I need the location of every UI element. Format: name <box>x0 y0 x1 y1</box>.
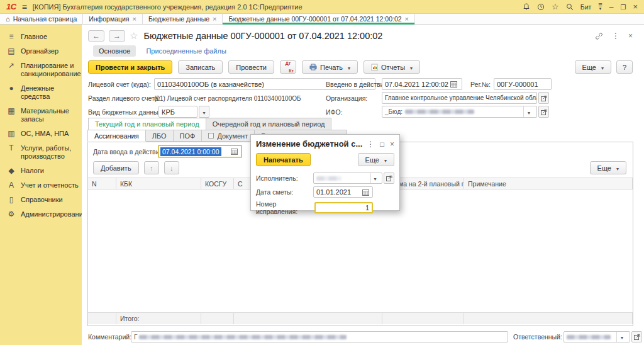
correction-number-field[interactable]: 1 <box>314 202 373 213</box>
sidebar-item[interactable]: ▦Материальные запасы <box>0 104 82 127</box>
regno-field[interactable]: 00ГУ-000001 <box>494 78 552 90</box>
sidebar-item[interactable]: ◆Налоги <box>0 164 82 178</box>
executor-open-button[interactable] <box>384 172 394 184</box>
tab-close-icon[interactable] <box>213 15 216 23</box>
grid-more-button[interactable]: Еще <box>590 161 626 174</box>
executor-field[interactable] <box>313 172 382 184</box>
sidebar-item[interactable]: ТУслуги, работы, производство <box>0 141 82 164</box>
search-icon[interactable] <box>566 3 574 11</box>
grid-footer-cell: Итого: <box>116 313 201 324</box>
main-menu-icon[interactable] <box>22 2 27 12</box>
budget-data-kind-field[interactable]: КРБ <box>158 106 197 118</box>
window-title: [КОПИЯ] Бухгалтерия государственного учр… <box>33 3 303 11</box>
period-tab[interactable]: Текущий год и плановый период <box>88 118 206 130</box>
sidebar-item[interactable]: ⚙Администрирование <box>0 207 82 222</box>
post-button[interactable]: Провести <box>228 60 274 74</box>
save-button[interactable]: Записать <box>178 60 223 74</box>
estimate-date-field[interactable]: 01.01.2021 <box>313 186 373 198</box>
budget-data-kind-dropdown[interactable] <box>199 106 209 118</box>
minimize-icon[interactable] <box>609 3 614 11</box>
sidebar-item[interactable]: ●Денежные средства <box>0 81 82 104</box>
inner-tab[interactable]: Ассигнования <box>87 130 146 142</box>
dialog-more-button[interactable]: Еще <box>358 153 394 166</box>
sidebar-item[interactable]: ▥ОС, НМА, НПА <box>0 127 82 141</box>
dialog-close-icon[interactable] <box>390 140 394 149</box>
sidebar-item[interactable]: ≡Главное <box>0 30 82 44</box>
executor-dropdown-icon[interactable] <box>370 173 379 184</box>
effective-label: Введено в действие: <box>326 81 389 88</box>
grid-column-header[interactable]: Примечание <box>464 178 633 189</box>
link-icon[interactable] <box>595 31 603 40</box>
services-icon: Т <box>7 144 16 152</box>
executor-redacted-text <box>316 176 341 181</box>
tab-close-icon[interactable] <box>405 15 409 23</box>
grid-column-header[interactable]: КОСГУ <box>201 178 234 189</box>
effective-date-field[interactable]: 07.04.2021 12:00:02 <box>382 78 462 90</box>
nav-back-button[interactable] <box>88 30 104 42</box>
favorites-star-icon[interactable] <box>552 2 559 11</box>
dialog-more-menu-icon[interactable] <box>367 140 374 149</box>
app-tab-bar: Начальная страницаИнформацияБюджетные да… <box>0 14 644 25</box>
entry-date-field[interactable]: 07.04.2021 0:00:00 <box>158 145 242 157</box>
responsible-redacted-text <box>567 335 611 339</box>
favorite-star-icon[interactable] <box>130 30 138 42</box>
post-and-close-button[interactable]: Провести и закрыть <box>88 60 172 74</box>
move-down-button[interactable] <box>164 161 179 174</box>
calendar-icon[interactable] <box>448 79 459 89</box>
ifo-dropdown-icon[interactable] <box>523 106 534 117</box>
notifications-bell-icon[interactable] <box>523 3 530 11</box>
move-up-button[interactable] <box>144 161 159 174</box>
bit-label[interactable]: Бит <box>580 3 592 11</box>
more-button[interactable]: Еще <box>575 60 611 74</box>
toolbar-right: Еще ? <box>575 60 633 74</box>
organization-open-button[interactable] <box>538 92 549 104</box>
sidebar-item[interactable]: ▯Справочники <box>0 193 82 207</box>
titlebar-actions: Бит <box>523 2 638 11</box>
sidebar-item[interactable]: АУчет и отчетность <box>0 178 82 193</box>
print-button[interactable]: Печать <box>302 60 358 74</box>
inner-tab[interactable]: ЛБО <box>146 130 174 142</box>
help-button[interactable]: ? <box>616 60 633 74</box>
more-menu-icon[interactable] <box>612 31 619 40</box>
comment-field[interactable]: Г <box>131 331 508 342</box>
close-document-icon[interactable] <box>628 31 633 40</box>
ifo-value: _Бюд: <box>385 108 402 115</box>
responsible-field[interactable] <box>564 331 630 342</box>
tab-attached-files[interactable]: Присоединенные файлы <box>146 47 226 55</box>
nav-forward-button[interactable] <box>109 30 125 42</box>
debit-credit-icon-button[interactable]: Дт Кт <box>280 60 296 74</box>
estimate-date-calendar-icon[interactable] <box>361 187 370 198</box>
grid-column-header[interactable]: КБК <box>116 178 201 189</box>
entry-date-calendar-icon[interactable] <box>229 146 240 157</box>
correction-number-row: Номер исправления: 1 <box>256 200 394 215</box>
dialog-print-button[interactable]: Напечатать <box>256 153 311 166</box>
history-clock-icon[interactable] <box>537 3 545 11</box>
grid-toolbar: Добавить <box>93 161 179 174</box>
app-tab[interactable]: Бюджетные данные 00ГУ-000001 от 07.04.20… <box>223 14 415 24</box>
organization-field[interactable]: Главное контрольное управление Челябинск… <box>382 92 537 104</box>
tab-close-icon[interactable] <box>133 15 136 23</box>
period-tab-bar: Текущий год и плановый периодОчередной г… <box>88 118 331 130</box>
responsible-dropdown-icon[interactable] <box>616 332 627 342</box>
inner-tab[interactable]: Документ <box>202 130 255 142</box>
ifo-open-button[interactable] <box>538 106 549 118</box>
app-tab[interactable]: Информация <box>83 14 143 24</box>
service-menu-icon[interactable] <box>598 3 602 10</box>
inner-tab[interactable]: ПОФ <box>174 130 203 142</box>
ifo-field[interactable]: _Бюд: <box>382 106 537 118</box>
app-tab[interactable]: Начальная страница <box>0 14 83 24</box>
sidebar-item[interactable]: ▤Органайзер <box>0 44 82 59</box>
period-tab[interactable]: Очередной год и плановый период <box>206 118 332 130</box>
close-window-icon[interactable] <box>633 2 638 11</box>
grid-column-header[interactable]: N <box>88 178 116 189</box>
maximize-icon[interactable] <box>620 3 626 11</box>
organization-label: Организация: <box>326 94 367 102</box>
add-row-button[interactable]: Добавить <box>93 161 139 174</box>
reports-button[interactable]: Отчеты <box>364 60 420 74</box>
responsible-open-button[interactable] <box>631 331 642 342</box>
sidebar-item[interactable]: ↗Планирование и санкционирование <box>0 59 82 81</box>
dialog-maximize-icon[interactable] <box>380 140 384 148</box>
sidebar-item-label: ОС, НМА, НПА <box>21 130 69 138</box>
app-tab[interactable]: Бюджетные данные <box>143 14 223 24</box>
tab-main[interactable]: Основное <box>93 45 136 57</box>
